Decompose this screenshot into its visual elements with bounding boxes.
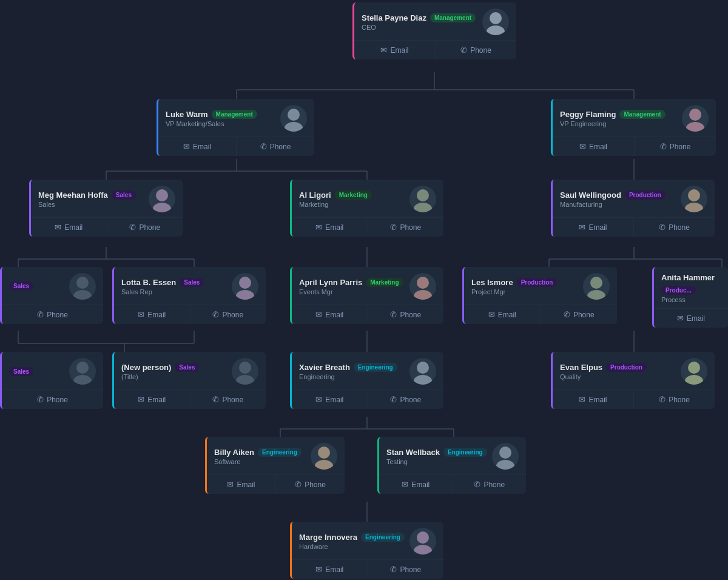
email-button-anita[interactable]: Email bbox=[654, 309, 728, 328]
phone-button-billy[interactable]: Phone bbox=[276, 475, 345, 494]
actions-stan: Email Phone bbox=[379, 474, 526, 494]
phone-button-marge[interactable]: Phone bbox=[368, 560, 444, 579]
phone-label-meg: Phone bbox=[139, 223, 160, 232]
card-header-stella: Stella Payne Diaz Management CEO bbox=[354, 2, 516, 40]
phone-icon-xavier bbox=[390, 395, 397, 404]
title-marge: Hardware bbox=[299, 543, 405, 550]
phone-button-al[interactable]: Phone bbox=[368, 218, 444, 237]
email-icon-evan bbox=[579, 395, 585, 404]
email-icon-lotta bbox=[138, 310, 144, 319]
phone-button-xavier[interactable]: Phone bbox=[368, 390, 444, 409]
name-les: Les Ismore bbox=[471, 278, 513, 287]
card-header-peggy: Peggy Flaming Management VP Engineering bbox=[553, 99, 716, 137]
phone-button-evan[interactable]: Phone bbox=[634, 390, 715, 409]
phone-button-stella[interactable]: Phone bbox=[436, 41, 516, 59]
avatar-april bbox=[410, 273, 436, 300]
phone-label-xavier: Phone bbox=[400, 396, 421, 404]
card-saul: Saul Wellingood Production Manufacturing… bbox=[551, 180, 715, 237]
email-icon-newperson bbox=[138, 395, 144, 404]
name-row-stan: Stan Wellback Engineering bbox=[386, 448, 487, 457]
title-meg: Sales bbox=[38, 201, 144, 208]
card-billy: Billy Aiken Engineering Software Email P… bbox=[205, 437, 345, 494]
actions-newperson: Email Phone bbox=[114, 389, 266, 409]
email-label-stella: Email bbox=[390, 46, 408, 55]
email-label-evan: Email bbox=[588, 396, 607, 404]
email-icon-les bbox=[488, 310, 495, 319]
name-row-luke: Luke Warm Management bbox=[166, 110, 275, 119]
phone-button-lotta[interactable]: Phone bbox=[190, 305, 266, 324]
svg-point-51 bbox=[76, 362, 89, 374]
email-button-marge[interactable]: Email bbox=[292, 560, 368, 579]
phone-label-saul: Phone bbox=[669, 223, 690, 232]
actions-saul: Email Phone bbox=[553, 217, 715, 237]
phone-label-les: Phone bbox=[573, 311, 595, 319]
phone-icon-les bbox=[564, 310, 570, 319]
svg-point-46 bbox=[236, 290, 254, 300]
email-button-evan[interactable]: Email bbox=[553, 390, 634, 409]
badge-meg: Sales bbox=[112, 191, 136, 200]
phone-button-saul[interactable]: Phone bbox=[634, 218, 715, 237]
email-icon-stan bbox=[402, 480, 408, 489]
phone-label-marge: Phone bbox=[400, 565, 421, 574]
phone-button-newperson[interactable]: Phone bbox=[190, 390, 266, 409]
email-button-billy[interactable]: Email bbox=[207, 475, 276, 494]
svg-point-56 bbox=[414, 375, 432, 385]
email-button-meg[interactable]: Email bbox=[31, 218, 107, 237]
avatar-luke bbox=[280, 105, 307, 132]
email-button-xavier[interactable]: Email bbox=[292, 390, 368, 409]
card-info-al: Al Ligori Marketing Marketing bbox=[299, 191, 405, 208]
email-icon-meg bbox=[55, 223, 61, 232]
email-label-april: Email bbox=[325, 311, 343, 319]
actions-billy: Email Phone bbox=[207, 474, 345, 494]
card-peggy: Peggy Flaming Management VP Engineering … bbox=[551, 99, 716, 156]
name-meg: Meg Meehan Hoffa bbox=[38, 191, 108, 200]
avatar-saul bbox=[681, 186, 707, 212]
phone-button-peggy[interactable]: Phone bbox=[635, 137, 716, 156]
email-button-stan[interactable]: Email bbox=[379, 475, 453, 494]
phone-button-meg[interactable]: Phone bbox=[107, 218, 183, 237]
svg-point-53 bbox=[239, 362, 251, 374]
phone-button-person1[interactable]: Phone bbox=[2, 305, 103, 324]
badge-anita: Produc... bbox=[661, 286, 696, 295]
email-button-april[interactable]: Email bbox=[292, 305, 368, 324]
title-al: Marketing bbox=[299, 201, 405, 208]
title-anita: Process bbox=[661, 296, 721, 303]
title-les: Project Mgr bbox=[471, 288, 578, 295]
avatar-lotta bbox=[232, 273, 258, 300]
name-row-lotta: Lotta B. Essen Sales bbox=[121, 278, 227, 287]
email-button-peggy[interactable]: Email bbox=[553, 137, 635, 156]
email-button-lotta[interactable]: Email bbox=[114, 305, 190, 324]
title-saul: Manufacturing bbox=[560, 201, 676, 208]
badge-stella: Management bbox=[430, 13, 476, 22]
card-info-evan: Evan Elpus Production Quality bbox=[560, 363, 676, 380]
email-button-luke[interactable]: Email bbox=[158, 137, 237, 156]
phone-button-person2[interactable]: Phone bbox=[2, 390, 103, 409]
card-header-marge: Marge Innovera Engineering Hardware bbox=[292, 522, 443, 559]
email-icon-al bbox=[315, 223, 322, 232]
email-button-saul[interactable]: Email bbox=[553, 218, 634, 237]
card-evan: Evan Elpus Production Quality Email Phon… bbox=[551, 352, 715, 409]
phone-label-person2: Phone bbox=[47, 396, 68, 404]
card-person2: Sales Phone bbox=[0, 352, 103, 409]
email-button-al[interactable]: Email bbox=[292, 218, 368, 237]
svg-point-36 bbox=[686, 122, 704, 132]
phone-icon-stella bbox=[460, 46, 467, 55]
actions-peggy: Email Phone bbox=[553, 137, 716, 156]
phone-label-billy: Phone bbox=[305, 481, 326, 489]
email-button-newperson[interactable]: Email bbox=[114, 390, 190, 409]
name-row-person2: Sales bbox=[9, 367, 64, 376]
phone-label-person1: Phone bbox=[47, 311, 68, 319]
card-info-meg: Meg Meehan Hoffa Sales Sales bbox=[38, 191, 144, 208]
phone-button-stan[interactable]: Phone bbox=[453, 475, 527, 494]
card-info-newperson: (New person) Sales (Title) bbox=[121, 363, 227, 380]
phone-button-april[interactable]: Phone bbox=[368, 305, 444, 324]
actions-meg: Email Phone bbox=[31, 217, 183, 237]
email-button-les[interactable]: Email bbox=[464, 305, 541, 324]
name-row-stella: Stella Payne Diaz Management bbox=[362, 13, 477, 22]
email-label-anita: Email bbox=[687, 314, 705, 323]
phone-label-april: Phone bbox=[400, 311, 421, 319]
phone-button-les[interactable]: Phone bbox=[541, 305, 618, 324]
card-info-saul: Saul Wellingood Production Manufacturing bbox=[560, 191, 676, 208]
email-button-stella[interactable]: Email bbox=[354, 41, 436, 59]
phone-button-luke[interactable]: Phone bbox=[237, 137, 314, 156]
